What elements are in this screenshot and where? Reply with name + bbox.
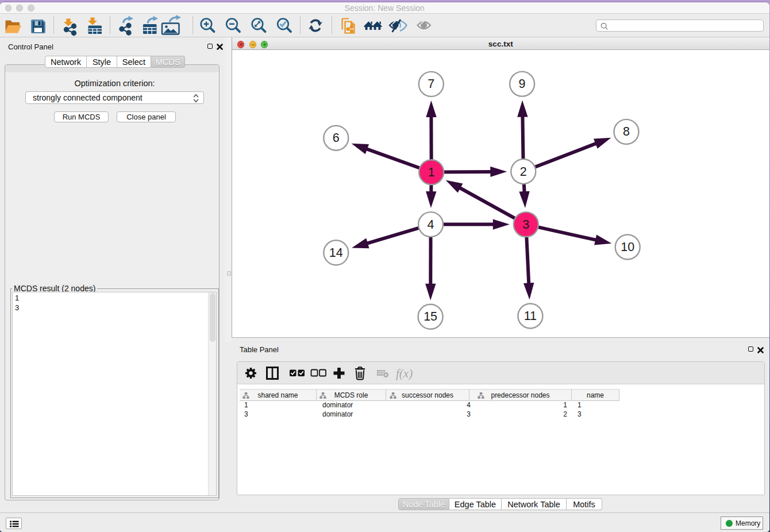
svg-text:3: 3 [522, 218, 529, 232]
svg-text:1: 1 [428, 165, 435, 179]
svg-text:4: 4 [428, 218, 434, 232]
svg-text:6: 6 [333, 131, 340, 145]
svg-text:2: 2 [520, 165, 527, 179]
svg-text:10: 10 [621, 240, 634, 254]
svg-text:f(x): f(x) [396, 367, 413, 380]
svg-text:9: 9 [519, 77, 526, 91]
svg-text:11: 11 [524, 309, 537, 323]
svg-text:7: 7 [428, 77, 434, 91]
svg-text:8: 8 [623, 125, 630, 138]
svg-text:14: 14 [329, 246, 343, 260]
svg-text:15: 15 [424, 310, 437, 323]
